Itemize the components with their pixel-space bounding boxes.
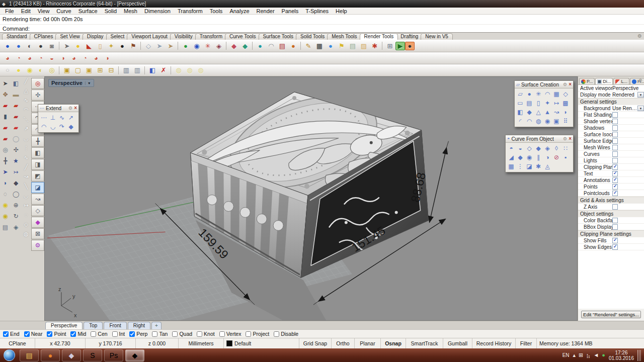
panel-tab[interactable]: Di... [595,78,613,84]
toolbar-icon[interactable]: ● [117,41,128,51]
dock-button-icon[interactable]: ⊠ [31,228,44,239]
toolbar-tab[interactable]: CPlanes [30,33,58,40]
toolbar-icon[interactable]: ● [255,41,266,51]
dock-button-icon[interactable]: ◩ [31,170,44,182]
dock-button-icon[interactable]: ◧ [31,147,44,158]
panel-row[interactable]: Lights ▼ [578,157,644,164]
menu-item[interactable]: Surface [75,8,101,14]
toolbar-icon[interactable]: ▣ [61,65,72,75]
toolbar-icon[interactable]: ✗ [158,65,169,75]
tray-icon[interactable]: ▴ [573,352,576,358]
menu-item[interactable]: View [34,8,53,14]
curve-tool-icon[interactable]: ◌ [21,212,31,221]
toolbar-icon[interactable]: ◍ [195,65,206,75]
dock-tool-icon[interactable]: ↻ [11,211,21,222]
menu-item[interactable]: Help [332,8,351,14]
surface-tool-icon[interactable]: ✦ [543,99,552,108]
panel-row-checkbox[interactable] [612,238,618,243]
surface-tool-icon[interactable]: ↦ [552,99,561,108]
panel-row-checkbox[interactable] [612,171,618,176]
panel-row[interactable]: Clipping Plane settings ▼ [578,230,644,237]
panel-row[interactable]: General settings ▼ [578,98,644,105]
dock-tool-icon[interactable]: ▮ [0,111,11,122]
toolbar-icon[interactable] [57,41,61,51]
status-cell[interactable]: SmartTrack [406,338,443,348]
dock-button-icon[interactable]: ⚙ [31,240,44,251]
dock-tool-icon[interactable]: ◌ [0,189,11,200]
curve-from-object-tool-icon[interactable]: ◪ [525,162,534,171]
curve-tool-icon[interactable]: ◡ [21,135,31,145]
panel-row[interactable]: Z Axis ▼ [578,204,644,210]
toolbar-icon[interactable]: ⊟ [106,65,117,75]
dock-tool-icon[interactable]: ▰ [0,122,11,133]
panel-row[interactable]: BBox Display ▼ [578,224,644,230]
panel-row[interactable]: Active viewport Perspective ▼ [578,85,644,92]
toolbar-icon[interactable]: ◣ [84,41,95,51]
toolbar-icon[interactable]: ● [405,42,415,50]
panel-row-checkbox[interactable] [612,177,618,183]
extend-gear-icon[interactable]: ⚙ [68,106,72,111]
viewport-tab[interactable]: Front [104,322,126,329]
toolbar-icon[interactable]: ▦ [314,41,325,51]
panel-row[interactable]: Clipping Planes ▼ [578,164,644,170]
curve-from-object-tool-icon[interactable]: ∥ [534,153,543,162]
toolbar-icon[interactable]: ◇ [143,41,154,51]
viewport-tab[interactable]: Right [128,322,150,329]
osnap-checkbox[interactable] [112,331,118,337]
dock-tool-icon[interactable]: ▰ [0,100,11,111]
osnap-checkbox[interactable] [219,331,225,337]
toolbar-icon[interactable]: ◍ [184,65,195,75]
surface-tool-icon[interactable]: ◜ [516,117,525,126]
panel-row[interactable]: Object settings ▼ [578,210,644,217]
dock-tool-icon[interactable]: ▤ [0,222,11,233]
toolbar-icon[interactable] [139,41,143,51]
surface-tool-icon[interactable]: ▲ [543,108,552,117]
curve-tool-icon[interactable]: ╱ [21,78,31,87]
toolbar-icon[interactable]: ◈ [213,41,224,51]
panel-row-checkbox[interactable] [612,224,618,230]
dock-button-icon[interactable]: ╋ [31,136,44,147]
panel-row[interactable]: Mesh Wires ▼ [578,144,644,151]
panel-row-checkbox[interactable] [612,125,618,131]
toolbar-icon[interactable] [251,41,255,51]
status-cell[interactable]: z 0.000 [136,338,179,348]
status-cell[interactable]: Gumball [443,338,472,348]
surface-tool-icon[interactable]: ▭ [516,99,525,108]
toolbar-icon[interactable] [224,41,228,51]
dock-tool-icon[interactable]: ◆ [11,177,21,189]
toolbar-icon[interactable]: ● [13,65,24,75]
panel-row[interactable]: Surface Isocur... ▼ [578,131,644,138]
toolbar-icon[interactable]: ◐ [35,65,46,75]
extend-close-icon[interactable]: × [74,106,77,111]
osnap-checkbox[interactable] [24,331,30,337]
curve-from-object-tool-icon[interactable]: ∷ [561,144,570,153]
osnap-checkbox[interactable] [274,331,279,337]
osnap-toggle[interactable]: Point [47,331,66,337]
dock-tool-icon[interactable]: ◈ [11,222,21,233]
toolbar-icon[interactable]: ● [13,41,24,51]
status-cell[interactable]: Ortho [332,338,355,348]
curve-from-object-tool-icon[interactable]: ◢ [507,153,516,162]
dock-tool-icon[interactable]: ➤ [0,166,11,177]
menu-item[interactable]: Curve [53,8,74,14]
extend-tool-icon[interactable]: ∿ [57,113,66,122]
extend-tool-icon[interactable]: ◆ [66,122,75,131]
panel-row[interactable]: Background Use Render ... ▼ [578,105,644,112]
panel-row-checkbox[interactable] [612,112,618,118]
panel-row-checkbox[interactable] [612,119,618,124]
dock-tool-icon[interactable]: ◯ [11,133,21,144]
curve-tool-icon[interactable]: ∿ [21,154,31,164]
curve-from-object-tool-icon[interactable]: ⊘ [552,153,561,162]
panel-gear-icon[interactable]: ⚙ [638,78,642,83]
toolbar-icon[interactable]: ▥ [121,65,132,75]
extend-tool-icon[interactable]: ◠ [39,122,48,131]
dock-button-icon[interactable]: ◎ [31,78,44,89]
panel-row[interactable]: Color Backfaces ▼ [578,217,644,224]
toolbar-icon[interactable]: ◑ [102,53,113,63]
dock-tool-icon[interactable]: ➤ [0,78,11,89]
show-desktop-button[interactable] [637,350,641,361]
taskbar-app-button[interactable]: ● [41,349,60,361]
toolbar-icon[interactable]: ▶ [395,42,405,50]
toolbar-icon[interactable] [176,41,180,51]
dock-tool-icon[interactable]: ◯ [11,189,21,200]
